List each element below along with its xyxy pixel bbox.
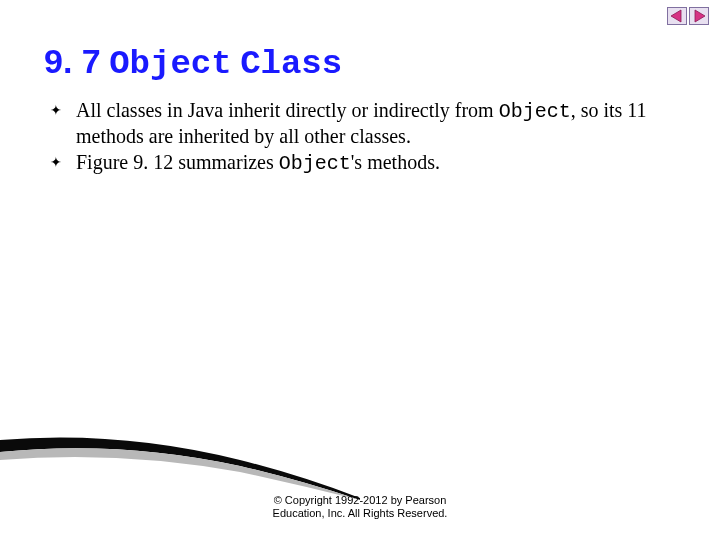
- next-button[interactable]: [688, 6, 710, 26]
- title-code: Object: [109, 45, 231, 83]
- copyright-line1: © Copyright 1992-2012 by Pearson: [0, 494, 720, 507]
- prev-arrow-icon: [667, 7, 687, 25]
- bullet-icon: ✦: [50, 102, 62, 119]
- list-item: ✦ Figure 9. 12 summarizes Object's metho…: [48, 150, 672, 176]
- bullet-text-post: 's methods.: [351, 151, 440, 173]
- slide-content: ✦ All classes in Java inherit directly o…: [48, 98, 672, 178]
- bullet-code: Object: [499, 100, 571, 123]
- prev-button[interactable]: [666, 6, 688, 26]
- copyright-line2: Education, Inc. All Rights Reserved.: [0, 507, 720, 520]
- bullet-text-pre: Figure 9. 12 summarizes: [76, 151, 279, 173]
- copyright: © Copyright 1992-2012 by Pearson Educati…: [0, 494, 720, 520]
- list-item: ✦ All classes in Java inherit directly o…: [48, 98, 672, 148]
- bullet-text-pre: All classes in Java inherit directly or …: [76, 99, 499, 121]
- bullet-code: Object: [279, 152, 351, 175]
- title-number: 9. 7: [44, 42, 101, 80]
- nav-arrows: [666, 6, 710, 26]
- slide: 9. 7 Object Class ✦ All classes in Java …: [0, 0, 720, 540]
- decorative-swoosh: [0, 430, 360, 500]
- bullet-icon: ✦: [50, 154, 62, 171]
- title-suffix: Class: [240, 45, 342, 83]
- next-arrow-icon: [689, 7, 709, 25]
- slide-title: 9. 7 Object Class: [44, 42, 342, 83]
